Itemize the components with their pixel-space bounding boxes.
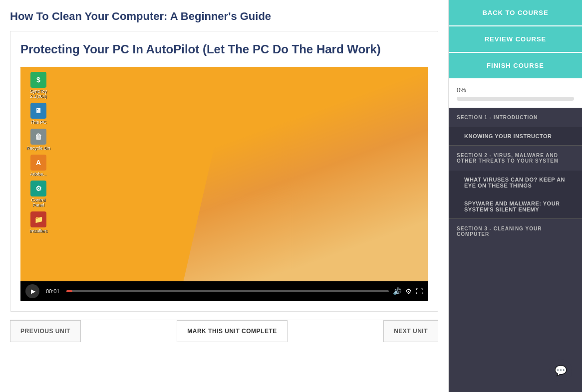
video-progress-fill	[66, 290, 73, 292]
desktop-icon-thispc: 🖥 This PC	[25, 103, 51, 125]
video-time: 00:01	[43, 287, 62, 295]
desktop-icons: $ SyncToy 2.1(x64) 🖥 This PC 🗑 Recycle B…	[25, 72, 51, 233]
sidebar: BACK TO COURSE REVIEW COURSE FINISH COUR…	[448, 0, 582, 392]
review-course-button[interactable]: REVIEW COURSE	[449, 26, 582, 53]
section-1-header[interactable]: SECTION 1 - INTRODUCTION	[449, 108, 582, 127]
back-to-course-button[interactable]: BACK TO COURSE	[449, 0, 582, 26]
progress-text: 0%	[457, 86, 574, 94]
desktop-icon-recycle: 🗑 Recycle Bin	[25, 129, 51, 151]
bottom-navigation: PREVIOUS UNIT MARK THIS UNIT COMPLETE NE…	[10, 320, 438, 342]
video-background-shape	[183, 67, 428, 281]
unit-title: Protecting Your PC In AutoPilot (Let The…	[20, 41, 428, 57]
desktop-icon-control: ⚙ Control Panel	[25, 181, 51, 207]
chat-bubble[interactable]: 💬	[549, 359, 572, 382]
settings-icon[interactable]: ⚙	[405, 287, 412, 295]
desktop-icon-adobe: A Adobe...	[25, 155, 51, 177]
course-outline[interactable]: SECTION 1 - INTRODUCTION KNOWING YOUR IN…	[449, 108, 582, 392]
next-unit-button[interactable]: NEXT UNIT	[383, 320, 438, 342]
chat-icon: 💬	[555, 365, 567, 377]
volume-icon[interactable]: 🔊	[393, 287, 401, 295]
desktop-icon-synctoy: $ SyncToy 2.1(x64)	[25, 72, 51, 99]
video-controls[interactable]: 00:01 🔊 ⚙ ⛶	[20, 281, 428, 301]
unit-item-knowing-instructor[interactable]: KNOWING YOUR INSTRUCTOR	[449, 127, 582, 145]
course-title: How To Clean Your Computer: A Beginner's…	[10, 10, 438, 23]
progress-bar	[457, 97, 574, 101]
finish-course-button[interactable]: FINISH COURSE	[449, 53, 582, 79]
video-player[interactable]: $ SyncToy 2.1(x64) 🖥 This PC 🗑 Recycle B…	[20, 67, 428, 301]
fullscreen-icon[interactable]: ⛶	[416, 287, 423, 295]
unit-item-spyware[interactable]: SPYWARE AND MALWARE: YOUR SYSTEM'S SILEN…	[449, 195, 582, 218]
desktop-icon-installers: 📁 Installers	[25, 211, 51, 233]
progress-section: 0%	[449, 79, 582, 108]
section-2-header[interactable]: SECTION 2 - VIRUS, MALWARE AND OTHER THR…	[449, 146, 582, 171]
section-3-header[interactable]: SECTION 3 - CLEANING YOUR COMPUTER	[449, 219, 582, 244]
mark-complete-button[interactable]: MARK THIS UNIT COMPLETE	[177, 320, 288, 342]
video-progress-bar[interactable]	[66, 290, 389, 292]
unit-item-viruses[interactable]: WHAT VIRUSES CAN DO? KEEP AN EYE ON THES…	[449, 171, 582, 195]
play-button[interactable]	[25, 284, 39, 298]
video-thumbnail: $ SyncToy 2.1(x64) 🖥 This PC 🗑 Recycle B…	[20, 67, 428, 281]
unit-content: Protecting Your PC In AutoPilot (Let The…	[10, 31, 438, 312]
previous-unit-button[interactable]: PREVIOUS UNIT	[10, 320, 81, 342]
